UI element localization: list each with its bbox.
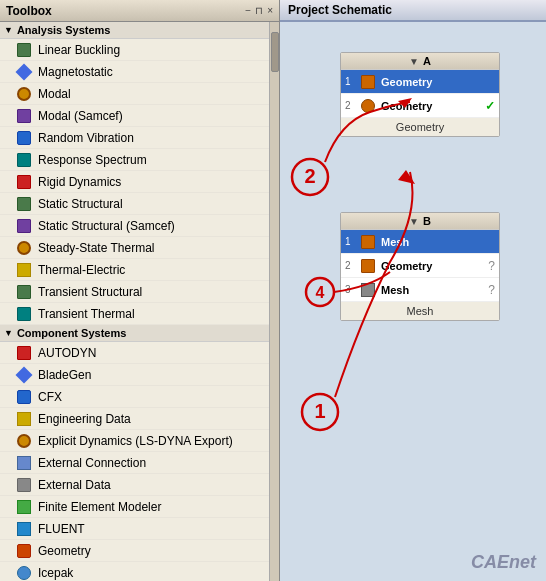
item-static-structural[interactable]: Static Structural: [0, 193, 269, 215]
system-b-row-2[interactable]: 2 Geometry ?: [341, 254, 499, 278]
project-title: Project Schematic: [288, 3, 392, 17]
b-row-3-icon: [359, 281, 377, 299]
finite-element-modeler-icon: [16, 499, 32, 515]
scrollbar[interactable]: [269, 22, 279, 581]
b-row-2-status: ?: [488, 259, 495, 273]
item-steady-state-thermal[interactable]: Steady-State Thermal: [0, 237, 269, 259]
item-external-data[interactable]: External Data: [0, 474, 269, 496]
item-bladegen[interactable]: BladeGen: [0, 364, 269, 386]
bladegen-label: BladeGen: [38, 368, 91, 382]
random-vibration-icon: [16, 130, 32, 146]
b-row-2-num: 2: [345, 260, 359, 271]
collapse-b-arrow-icon[interactable]: ▼: [409, 216, 419, 227]
toolbox-inner: ▼ Analysis Systems Linear Buckling Magne…: [0, 22, 279, 581]
item-rigid-dynamics[interactable]: Rigid Dynamics: [0, 171, 269, 193]
minimize-icon[interactable]: −: [245, 5, 251, 16]
system-b-header: ▼ B: [341, 213, 499, 230]
fluent-icon: [16, 521, 32, 537]
system-b-col-label: B: [423, 215, 431, 227]
item-icepak[interactable]: Icepak: [0, 562, 269, 581]
row-1-num: 1: [345, 76, 359, 87]
item-linear-buckling[interactable]: Linear Buckling: [0, 39, 269, 61]
item-engineering-data[interactable]: Engineering Data: [0, 408, 269, 430]
system-b-row-3[interactable]: 3 Mesh ?: [341, 278, 499, 302]
item-response-spectrum[interactable]: Response Spectrum: [0, 149, 269, 171]
item-modal[interactable]: Modal: [0, 83, 269, 105]
system-a-row-2[interactable]: 2 Geometry ✓: [341, 94, 499, 118]
static-structural-label: Static Structural: [38, 197, 123, 211]
component-chevron-icon: ▼: [4, 328, 13, 338]
random-vibration-label: Random Vibration: [38, 131, 134, 145]
toolbox-content: ▼ Analysis Systems Linear Buckling Magne…: [0, 22, 269, 581]
item-thermal-electric[interactable]: Thermal-Electric: [0, 259, 269, 281]
cfx-icon: [16, 389, 32, 405]
geometry-icon: [16, 543, 32, 559]
chevron-icon: ▼: [4, 25, 13, 35]
b-row-2-label: Geometry: [381, 260, 484, 272]
system-b-row-1[interactable]: 1 Mesh: [341, 230, 499, 254]
system-a-row-1[interactable]: 1 Geometry: [341, 70, 499, 94]
toolbox-header: Toolbox − ⊓ ×: [0, 0, 279, 22]
item-geometry[interactable]: Geometry: [0, 540, 269, 562]
item-magnetostatic[interactable]: Magnetostatic: [0, 61, 269, 83]
item-modal-samcef[interactable]: Modal (Samcef): [0, 105, 269, 127]
system-b-block: ▼ B 1 Mesh 2 Geometry: [340, 212, 500, 341]
analysis-systems-section[interactable]: ▼ Analysis Systems: [0, 22, 269, 39]
toolbox-panel: Toolbox − ⊓ × ▼ Analysis Systems Linear …: [0, 0, 280, 581]
row-1-label: Geometry: [381, 76, 495, 88]
close-icon[interactable]: ×: [267, 5, 273, 16]
system-a-col-label: A: [423, 55, 431, 67]
item-finite-element-modeler[interactable]: Finite Element Modeler: [0, 496, 269, 518]
icepak-label: Icepak: [38, 566, 73, 580]
system-b-footer: Mesh: [341, 302, 499, 320]
analysis-systems-label: Analysis Systems: [17, 24, 111, 36]
system-a-footer: Geometry: [341, 118, 499, 136]
item-random-vibration[interactable]: Random Vibration: [0, 127, 269, 149]
steady-state-thermal-icon: [16, 240, 32, 256]
external-connection-label: External Connection: [38, 456, 146, 470]
transient-structural-label: Transient Structural: [38, 285, 142, 299]
response-spectrum-icon: [16, 152, 32, 168]
item-explicit-dynamics[interactable]: Explicit Dynamics (LS-DYNA Export): [0, 430, 269, 452]
item-static-structural-samcef[interactable]: Static Structural (Samcef): [0, 215, 269, 237]
linear-buckling-icon: [16, 42, 32, 58]
geometry-label: Geometry: [38, 544, 91, 558]
item-cfx[interactable]: CFX: [0, 386, 269, 408]
item-transient-structural[interactable]: Transient Structural: [0, 281, 269, 303]
transient-thermal-label: Transient Thermal: [38, 307, 135, 321]
svg-point-0: [292, 159, 328, 195]
schematic-area[interactable]: ▼ A 1 Geometry 2 Geometr: [280, 22, 546, 581]
modal-label: Modal: [38, 87, 71, 101]
external-data-icon: [16, 477, 32, 493]
component-systems-section[interactable]: ▼ Component Systems: [0, 325, 269, 342]
item-fluent[interactable]: FLUENT: [0, 518, 269, 540]
svg-point-6: [306, 278, 334, 306]
b-row-2-icon: [359, 257, 377, 275]
transient-structural-icon: [16, 284, 32, 300]
item-external-connection[interactable]: External Connection: [0, 452, 269, 474]
item-autodyn[interactable]: AUTODYN: [0, 342, 269, 364]
system-a-header: ▼ A: [341, 53, 499, 70]
item-transient-thermal[interactable]: Transient Thermal: [0, 303, 269, 325]
svg-text:1: 1: [314, 400, 325, 422]
fluent-label: FLUENT: [38, 522, 85, 536]
static-structural-samcef-icon: [16, 218, 32, 234]
component-systems-label: Component Systems: [17, 327, 126, 339]
thermal-electric-icon: [16, 262, 32, 278]
external-connection-icon: [16, 455, 32, 471]
collapse-arrow-icon[interactable]: ▼: [409, 56, 419, 67]
row-2-icon: [359, 97, 377, 115]
finite-element-modeler-label: Finite Element Modeler: [38, 500, 161, 514]
b-row-3-status: ?: [488, 283, 495, 297]
modal-samcef-label: Modal (Samcef): [38, 109, 123, 123]
system-a-block: ▼ A 1 Geometry 2 Geometr: [340, 52, 500, 157]
right-panel: Project Schematic ▼ A 1 Geometry: [280, 0, 546, 581]
svg-point-2: [302, 394, 338, 430]
external-data-label: External Data: [38, 478, 111, 492]
scroll-thumb[interactable]: [271, 32, 279, 72]
transient-thermal-icon: [16, 306, 32, 322]
explicit-dynamics-label: Explicit Dynamics (LS-DYNA Export): [38, 434, 233, 448]
autodyn-label: AUTODYN: [38, 346, 96, 360]
pin-icon[interactable]: ⊓: [255, 5, 263, 16]
modal-icon: [16, 86, 32, 102]
